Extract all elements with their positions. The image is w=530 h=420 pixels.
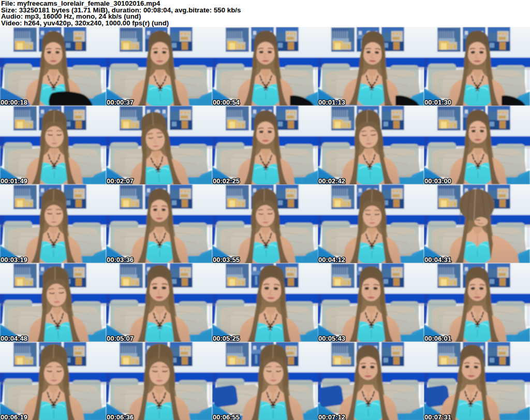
svg-text:00:06:01: 00:06:01 <box>424 335 451 342</box>
svg-text:00:05:07: 00:05:07 <box>107 335 134 342</box>
svg-text:00:07:31: 00:07:31 <box>424 413 451 420</box>
svg-text:00:03:19: 00:03:19 <box>1 256 27 263</box>
svg-text:00:07:12: 00:07:12 <box>318 413 345 420</box>
svg-text:00:05:25: 00:05:25 <box>213 335 240 342</box>
svg-text:00:03:36: 00:03:36 <box>107 256 134 263</box>
svg-text:00:05:43: 00:05:43 <box>318 335 345 342</box>
svg-text:00:03:55: 00:03:55 <box>213 256 240 263</box>
svg-text:00:02:25: 00:02:25 <box>213 177 240 184</box>
svg-text:00:00:18: 00:00:18 <box>1 98 27 106</box>
svg-text:00:03:00: 00:03:00 <box>424 177 451 184</box>
svg-text:00:06:55: 00:06:55 <box>213 413 240 420</box>
svg-text:00:00:37: 00:00:37 <box>107 98 134 106</box>
svg-text:00:06:36: 00:06:36 <box>107 413 134 420</box>
svg-text:00:04:48: 00:04:48 <box>1 335 27 342</box>
svg-text:00:02:07: 00:02:07 <box>107 177 134 184</box>
svg-text:00:01:13: 00:01:13 <box>318 98 345 106</box>
svg-text:00:02:42: 00:02:42 <box>318 177 345 184</box>
svg-text:00:04:31: 00:04:31 <box>424 256 451 263</box>
svg-text:00:06:19: 00:06:19 <box>1 413 27 420</box>
svg-text:00:04:12: 00:04:12 <box>318 256 345 263</box>
svg-text:00:00:54: 00:00:54 <box>213 98 240 106</box>
svg-text:00:01:30: 00:01:30 <box>424 98 451 106</box>
svg-text:00:01:49: 00:01:49 <box>1 177 27 184</box>
